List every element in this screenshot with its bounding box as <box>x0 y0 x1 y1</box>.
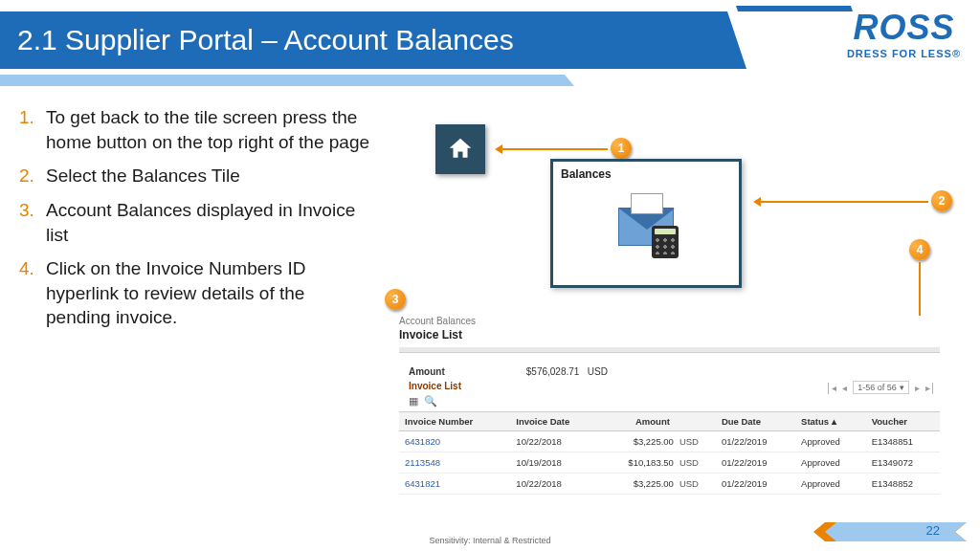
search-icon[interactable]: 🔍 <box>424 395 443 407</box>
tile-title: Balances <box>553 162 739 187</box>
cell-amount: $3,225.00 <box>601 474 676 495</box>
page-number: 22 <box>926 523 940 538</box>
amount-value: $576,028.71 <box>526 366 580 377</box>
balances-tile[interactable]: Balances <box>550 159 742 288</box>
envelope-icon <box>618 208 674 246</box>
slide-title: 2.1 Supplier Portal – Account Balances <box>0 11 746 69</box>
callout-arrow-4 <box>919 262 921 323</box>
toolbar-icons[interactable]: ▦🔍 <box>409 395 940 408</box>
callout-marker-3: 3 <box>385 289 406 310</box>
invoice-number-link[interactable]: 6431820 <box>405 436 440 447</box>
table-row: 2113548 10/19/2018 $10,183.50 USD 01/22/… <box>399 452 940 474</box>
step-text: Account Balances displayed in Invoice li… <box>46 198 373 247</box>
cell-date: 10/22/2018 <box>510 474 601 495</box>
step-number: 2. <box>19 164 46 188</box>
table-header-row: Invoice Number Invoice Date Amount Due D… <box>399 412 940 431</box>
page-title: Invoice List <box>399 328 940 342</box>
calculator-icon <box>652 226 679 258</box>
paper-icon <box>631 193 663 214</box>
cell-currency: USD <box>676 474 716 495</box>
instruction-item: 4. Click on the Invoice Numbers ID hyper… <box>19 256 373 330</box>
step-number: 1. <box>19 105 46 154</box>
page-number-badge: 22 <box>813 522 967 541</box>
instruction-item: 3. Account Balances displayed in Invoice… <box>19 198 373 247</box>
step-number: 4. <box>19 256 46 330</box>
table-row: 6431820 10/22/2018 $3,225.00 USD 01/22/2… <box>399 431 940 452</box>
pager-range[interactable]: 1-56 of 56 ▾ <box>853 381 909 394</box>
graphics-area: 1 Balances 2 3 4 Account Balances Invoic… <box>383 105 967 526</box>
col-due-date[interactable]: Due Date <box>716 412 795 431</box>
cell-due: 01/22/2019 <box>716 431 795 452</box>
col-invoice-date[interactable]: Invoice Date <box>510 412 601 431</box>
table-row: 6431821 10/22/2018 $3,225.00 USD 01/22/2… <box>399 474 940 495</box>
callout-marker-4: 4 <box>909 239 930 260</box>
invoice-number-link[interactable]: 2113548 <box>405 457 440 468</box>
decorative-sliver <box>736 6 853 11</box>
step-text: Select the Balances Tile <box>46 164 240 188</box>
breadcrumb: Account Balances <box>399 316 940 326</box>
col-voucher[interactable]: Voucher <box>866 412 940 431</box>
cell-date: 10/19/2018 <box>510 452 601 474</box>
pager-first-icon[interactable]: │◂ <box>826 383 836 393</box>
ross-logo: ROSS DRESS FOR LESS® <box>847 8 961 59</box>
decorative-underline <box>0 75 574 86</box>
callout-marker-1: 1 <box>611 138 632 159</box>
slide: 2.1 Supplier Portal – Account Balances R… <box>0 0 980 551</box>
amount-label: Amount <box>409 366 523 377</box>
cell-amount: $3,225.00 <box>601 431 676 452</box>
home-button[interactable] <box>435 124 485 174</box>
invoice-list-panel: Account Balances Invoice List Amount $57… <box>399 316 940 495</box>
step-text: To get back to the tile screen press the… <box>46 105 373 154</box>
instructions-list: 1. To get back to the tile screen press … <box>19 105 373 340</box>
chevron-down-icon: ▾ <box>900 383 904 392</box>
cell-status: Approved <box>795 452 866 474</box>
cell-currency: USD <box>676 452 716 474</box>
instruction-item: 1. To get back to the tile screen press … <box>19 105 373 154</box>
logo-sub-text: DRESS FOR LESS® <box>847 48 961 59</box>
cell-voucher: E1349072 <box>866 452 940 474</box>
step-number: 3. <box>19 198 46 247</box>
cell-status: Approved <box>795 431 866 452</box>
amount-currency: USD <box>588 366 608 377</box>
grid-icon[interactable]: ▦ <box>409 395 424 407</box>
invoice-number-link[interactable]: 6431821 <box>405 478 440 489</box>
callout-arrow-2 <box>756 201 928 203</box>
col-currency <box>676 412 716 431</box>
step-text: Click on the Invoice Numbers ID hyperlin… <box>46 256 373 330</box>
cell-amount: $10,183.50 <box>601 452 676 474</box>
cell-due: 01/22/2019 <box>716 474 795 495</box>
balances-tile-icon <box>618 208 674 246</box>
cell-voucher: E1348851 <box>866 431 940 452</box>
pager-prev-icon[interactable]: ◂ <box>842 383 847 393</box>
cell-voucher: E1348852 <box>866 474 940 495</box>
pager-next-icon[interactable]: ▸ <box>915 383 920 393</box>
cell-due: 01/22/2019 <box>716 452 795 474</box>
home-icon <box>446 135 475 164</box>
invoice-table: Invoice Number Invoice Date Amount Due D… <box>399 411 940 495</box>
divider <box>399 347 940 353</box>
pager-last-icon[interactable]: ▸│ <box>925 383 936 393</box>
amount-summary: Amount $576,028.71 USD <box>409 366 940 377</box>
callout-marker-2: 2 <box>931 190 952 211</box>
pager[interactable]: │◂ ◂ 1-56 of 56 ▾ ▸ ▸│ <box>826 381 936 394</box>
col-amount[interactable]: Amount <box>601 412 676 431</box>
page-number-shape <box>813 522 967 541</box>
header-banner: 2.1 Supplier Portal – Account Balances R… <box>0 0 980 86</box>
logo-main-text: ROSS <box>847 8 961 48</box>
instruction-item: 2. Select the Balances Tile <box>19 164 373 188</box>
cell-date: 10/22/2018 <box>510 431 601 452</box>
cell-currency: USD <box>676 431 716 452</box>
col-status[interactable]: Status ▴ <box>795 412 866 431</box>
col-invoice-number[interactable]: Invoice Number <box>399 412 510 431</box>
cell-status: Approved <box>795 474 866 495</box>
callout-arrow-1 <box>498 148 608 150</box>
